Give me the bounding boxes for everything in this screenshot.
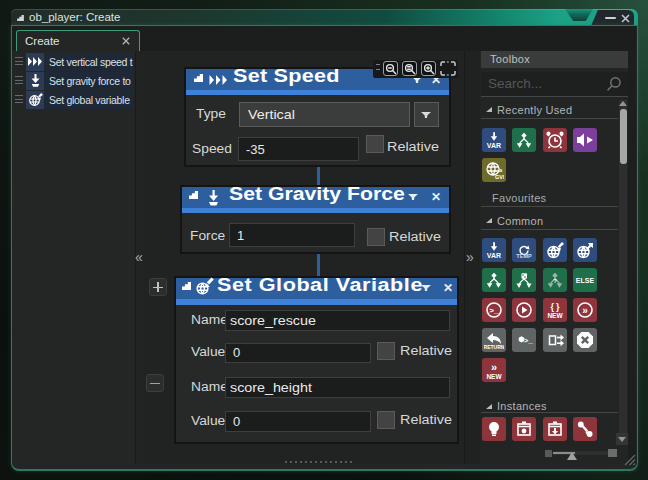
svg-text:»: »	[491, 361, 497, 373]
svg-text:ELSE: ELSE	[576, 277, 595, 284]
svg-text:{ }: { }	[551, 302, 560, 312]
svg-text:?: ?	[553, 278, 557, 284]
svg-text:NEW: NEW	[486, 373, 502, 380]
svg-text:GVB: GVB	[495, 174, 504, 180]
svg-text:a: a	[499, 167, 503, 173]
svg-text:NEW: NEW	[547, 312, 563, 319]
svg-text:TEMP: TEMP	[516, 253, 532, 259]
svg-text:>_: >_	[489, 306, 499, 315]
svg-text:RETURN: RETURN	[484, 344, 504, 350]
svg-text:»: »	[582, 305, 588, 316]
svg-text:VAR: VAR	[487, 142, 501, 149]
svg-text:VAR: VAR	[487, 252, 501, 259]
svg-text:>_: >_	[524, 337, 534, 345]
